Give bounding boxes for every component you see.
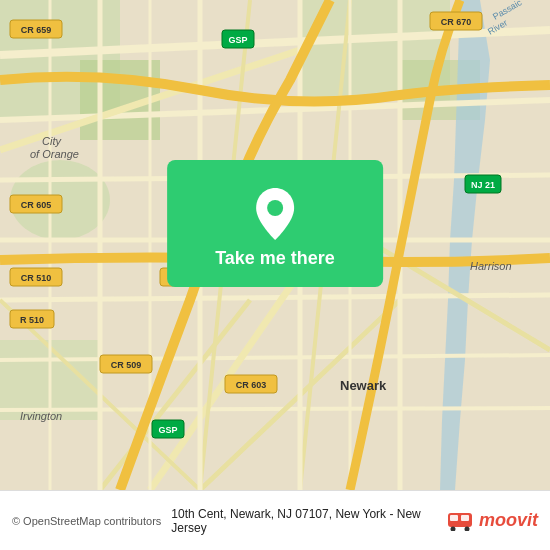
svg-rect-62 <box>450 515 458 521</box>
svg-text:R 510: R 510 <box>20 315 44 325</box>
svg-text:of Orange: of Orange <box>30 148 79 160</box>
moovit-bus-icon <box>447 511 475 531</box>
map-container: CR 659 CR 670 GSP NJ 21 CR 605 CR 510 CR… <box>0 0 550 490</box>
svg-point-60 <box>267 200 283 216</box>
svg-rect-63 <box>461 515 469 521</box>
bottom-bar: © OpenStreetMap contributors 10th Cent, … <box>0 490 550 550</box>
svg-point-64 <box>450 526 455 531</box>
svg-text:CR 509: CR 509 <box>111 360 142 370</box>
svg-text:GSP: GSP <box>158 425 177 435</box>
attribution: © OpenStreetMap contributors <box>12 515 161 527</box>
cta-label: Take me there <box>215 248 335 269</box>
svg-text:GSP: GSP <box>228 35 247 45</box>
cta-button-container: Take me there <box>167 160 383 287</box>
svg-point-65 <box>464 526 469 531</box>
svg-text:NJ 21: NJ 21 <box>471 180 495 190</box>
moovit-logo: moovit <box>447 510 538 531</box>
moovit-text: moovit <box>479 510 538 531</box>
svg-text:CR 605: CR 605 <box>21 200 52 210</box>
location-pin-icon <box>254 188 296 240</box>
svg-text:Newark: Newark <box>340 378 387 393</box>
address-text: 10th Cent, Newark, NJ 07107, New York - … <box>171 507 447 535</box>
take-me-there-button[interactable]: Take me there <box>167 160 383 287</box>
svg-text:Harrison: Harrison <box>470 260 512 272</box>
copyright-icon: © <box>12 515 20 527</box>
svg-line-13 <box>0 408 550 410</box>
svg-text:CR 603: CR 603 <box>236 380 267 390</box>
attribution-text: OpenStreetMap contributors <box>23 515 161 527</box>
svg-text:City: City <box>42 135 62 147</box>
svg-text:CR 510: CR 510 <box>21 273 52 283</box>
svg-text:Irvington: Irvington <box>20 410 62 422</box>
svg-text:CR 670: CR 670 <box>441 17 472 27</box>
svg-text:CR 659: CR 659 <box>21 25 52 35</box>
